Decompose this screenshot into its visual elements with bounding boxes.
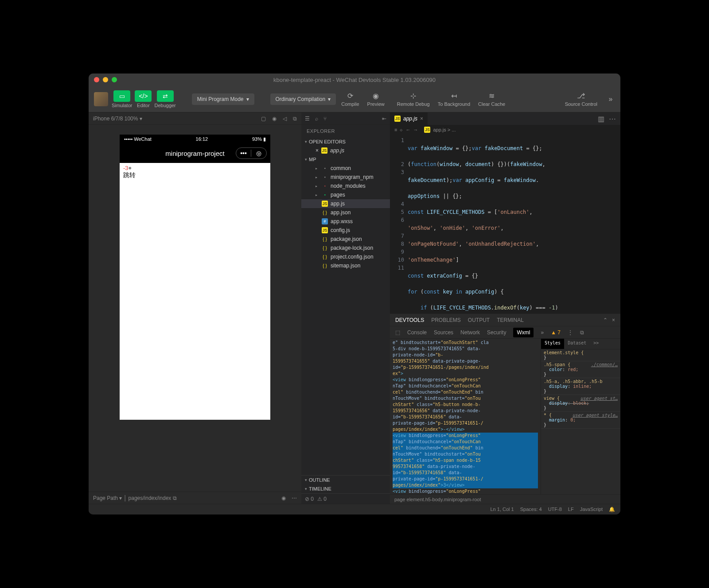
tab-security[interactable]: Security xyxy=(487,329,506,336)
close-icon[interactable]: × xyxy=(612,317,615,323)
tree-item-pages[interactable]: ▸▪pages xyxy=(301,190,390,199)
avatar[interactable] xyxy=(94,92,108,106)
counter-text[interactable]: -3+ xyxy=(123,165,267,171)
tree-item-node_modules[interactable]: ▸▪node_modules xyxy=(301,182,390,190)
error-count[interactable]: ⊘ 0 xyxy=(305,496,314,502)
more-icon[interactable]: >> xyxy=(590,339,602,349)
settings-icon[interactable]: ⋮ xyxy=(568,329,573,336)
dock-icon[interactable]: ⧉ xyxy=(580,329,584,336)
more-icon[interactable]: » xyxy=(606,95,615,104)
tab-terminal[interactable]: TERMINAL xyxy=(497,317,524,323)
clear-cache-button[interactable]: ≋ Clear Cache xyxy=(478,92,505,107)
outline-section[interactable]: OUTLINE xyxy=(301,475,390,484)
json-icon xyxy=(322,245,328,251)
editor-tab[interactable]: JS app.js × xyxy=(390,112,428,125)
warning-badge[interactable]: ▲ 7 xyxy=(551,329,561,336)
style-rule[interactable]: element.style {} xyxy=(541,349,620,361)
tab-network[interactable]: Network xyxy=(460,329,480,336)
tab-console[interactable]: Console xyxy=(407,329,427,336)
devtools-subtabs: ⬚ Console Sources Network Security Wxml … xyxy=(390,326,620,339)
maximize-icon[interactable] xyxy=(112,77,117,82)
record-icon[interactable]: ◉ xyxy=(272,116,277,122)
styles-panel[interactable]: Styles Dataset >> element.style {}.h5-sp… xyxy=(541,339,620,494)
project-section[interactable]: MP xyxy=(301,155,390,164)
split-icon[interactable]: ▥ xyxy=(598,115,604,123)
list-icon[interactable]: ☰ xyxy=(305,116,310,122)
tree-item-common[interactable]: ▸▪common xyxy=(301,164,390,173)
tree-item-app-js[interactable]: JSapp.js xyxy=(301,199,390,208)
editor-button[interactable]: </> Editor xyxy=(135,90,152,108)
close-icon[interactable]: × xyxy=(420,116,423,122)
cursor-position[interactable]: Ln 1, Col 1 xyxy=(491,507,514,512)
bell-icon[interactable]: 🔔 xyxy=(609,507,615,512)
eye-icon[interactable]: ◉ xyxy=(281,495,286,501)
minimize-icon[interactable] xyxy=(103,77,108,82)
time-label: 16:12 xyxy=(196,136,208,142)
breadcrumb[interactable]: ≡ ⟐ ← → JS app.js > ... xyxy=(390,125,620,135)
nav-link[interactable]: 跳转 xyxy=(123,171,267,179)
search-icon[interactable]: ⌕ xyxy=(315,116,318,122)
simulator-button[interactable]: ▭ Simulator xyxy=(112,90,132,108)
rotate-icon[interactable]: ▢ xyxy=(261,116,266,122)
more-icon[interactable]: ⋯ xyxy=(292,495,297,501)
background-button[interactable]: ↤ To Background xyxy=(438,92,470,107)
tab-styles[interactable]: Styles xyxy=(541,339,564,349)
compilation-dropdown[interactable]: Ordinary Compilation▾ xyxy=(270,93,336,105)
open-editor-item[interactable]: × JS app.js xyxy=(301,146,390,155)
styles-tabs: Styles Dataset >> xyxy=(541,339,620,349)
tree-item-project-config-json[interactable]: project.config.json xyxy=(301,252,390,261)
collapse-icon[interactable]: ⇤ xyxy=(382,116,386,122)
timeline-section[interactable]: TIMELINE xyxy=(301,484,390,493)
statusbar: Ln 1, Col 1 Spaces: 4 UTF-8 LF JavaScrip… xyxy=(89,504,620,514)
close-target-icon[interactable]: ◎ xyxy=(251,150,266,157)
menu-icon[interactable]: ••• xyxy=(236,150,251,157)
tree-item-app-json[interactable]: app.json xyxy=(301,208,390,217)
copy-icon[interactable]: ⧉ xyxy=(293,116,297,122)
tab-wxml[interactable]: Wxml xyxy=(513,328,534,337)
code-editor[interactable]: 1234567891011 var fakeWindow = {};var fa… xyxy=(390,135,620,313)
tree-item-sitemap-json[interactable]: sitemap.json xyxy=(301,261,390,270)
preview-button[interactable]: ◉ Preview xyxy=(367,92,385,107)
tab-problems[interactable]: PROBLEMS xyxy=(431,317,461,323)
page-path-label[interactable]: Page Path ▾ │ pages/index/index ⧉ xyxy=(93,495,177,501)
code-text[interactable]: var fakeWindow = {};var fakeDocument = {… xyxy=(408,135,620,313)
tab-output[interactable]: OUTPUT xyxy=(468,317,490,323)
device-selector[interactable]: iPhone 6/7/8 100% ▾ xyxy=(93,116,142,122)
more-icon[interactable]: ⋯ xyxy=(609,115,616,123)
wxml-panel[interactable]: e" bindtouchstart="onTouchStart" cla 5-d… xyxy=(390,339,541,494)
warning-count[interactable]: ⚠ 0 xyxy=(317,496,327,502)
chevron-up-icon[interactable]: ⌃ xyxy=(603,317,608,323)
tree-item-app-wxss[interactable]: #app.wxss xyxy=(301,217,390,226)
source-control-button[interactable]: ⎇ Source Control xyxy=(565,92,597,107)
eol-label[interactable]: LF xyxy=(568,507,574,512)
tree-item-miniprogram_npm[interactable]: ▸▪miniprogram_npm xyxy=(301,173,390,182)
open-editors-section[interactable]: OPEN EDITORS xyxy=(301,137,390,146)
encoding-label[interactable]: UTF-8 xyxy=(548,507,562,512)
close-icon[interactable]: × xyxy=(316,147,319,154)
inspect-icon[interactable]: ⬚ xyxy=(395,329,400,336)
more-icon[interactable]: » xyxy=(541,329,544,336)
mode-dropdown[interactable]: Mini Program Mode▾ xyxy=(192,93,254,105)
indent-label[interactable]: Spaces: 4 xyxy=(520,507,542,512)
tab-sources[interactable]: Sources xyxy=(434,329,453,336)
style-rule[interactable]: view {user agent st…display: block;} xyxy=(541,395,620,412)
branch-icon[interactable]: ⑂ xyxy=(323,116,327,122)
tree-item-package-json[interactable]: package.json xyxy=(301,235,390,244)
phone-content[interactable]: -3+ 跳转 xyxy=(120,163,270,420)
language-label[interactable]: JavaScript xyxy=(580,507,603,512)
close-icon[interactable] xyxy=(94,77,99,82)
phone-statusbar: ••••• WeChat 16:12 93% ▮ xyxy=(120,135,270,143)
json-icon xyxy=(322,263,328,269)
phone-navbar: miniprogram-project ••• ◎ xyxy=(120,143,270,163)
style-rule[interactable]: * {user agent style…margin: 0;} xyxy=(541,412,620,429)
tree-item-package-lock-json[interactable]: package-lock.json xyxy=(301,244,390,252)
mute-icon[interactable]: ◁ xyxy=(283,116,287,122)
compile-button[interactable]: ⟳ Compile xyxy=(341,92,359,107)
tree-item-config-js[interactable]: JSconfig.js xyxy=(301,226,390,235)
debugger-button[interactable]: ⇄ Debugger xyxy=(154,90,175,108)
tab-devtools[interactable]: DEVTOOLS xyxy=(395,317,424,323)
style-rule[interactable]: .h5-span {./common/…color: red;} xyxy=(541,361,620,378)
style-rule[interactable]: .h5-a, .h5-abbr, .h5-bdisplay: inline;} xyxy=(541,378,620,395)
remote-debug-button[interactable]: ⊹ Remote Debug xyxy=(397,92,430,107)
tab-dataset[interactable]: Dataset xyxy=(564,339,590,349)
